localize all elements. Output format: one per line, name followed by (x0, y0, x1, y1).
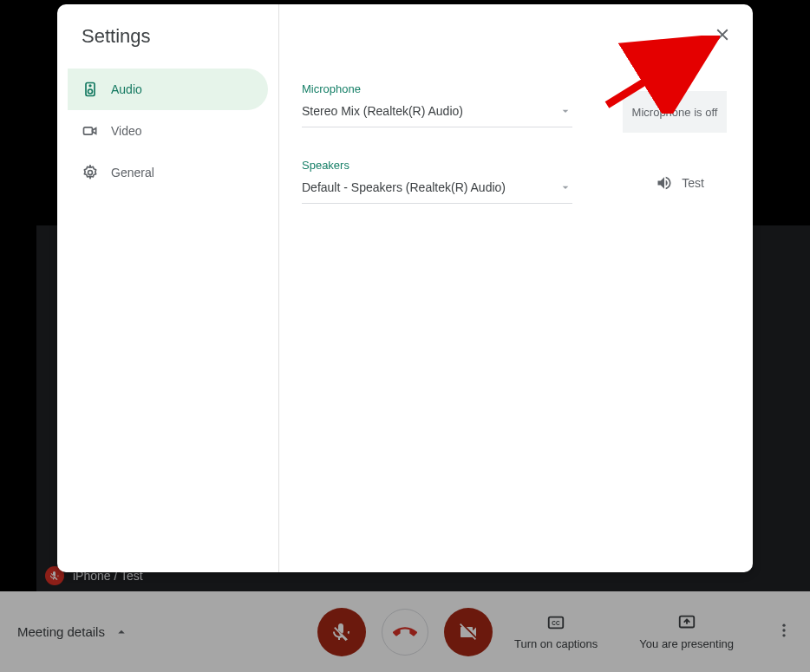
svg-rect-9 (84, 127, 93, 134)
test-label: Test (682, 176, 704, 190)
settings-sidebar: Settings Audio Video General (57, 4, 279, 572)
microphone-selected: Stereo Mix (Realtek(R) Audio) (302, 104, 463, 118)
microphone-status-text: Microphone is off (632, 106, 718, 119)
speaker-icon (82, 81, 99, 98)
settings-title: Settings (57, 25, 278, 65)
video-icon (82, 122, 99, 140)
chevron-down-icon (559, 180, 572, 194)
nav-label-audio: Audio (111, 82, 142, 96)
close-button[interactable] (713, 25, 732, 48)
settings-modal: Settings Audio Video General (57, 4, 753, 572)
nav-label-general: General (111, 166, 154, 179)
test-speakers-button[interactable]: Test (656, 174, 704, 192)
svg-point-8 (89, 85, 91, 87)
microphone-dropdown[interactable]: Stereo Mix (Realtek(R) Audio) (302, 104, 572, 127)
close-icon (713, 25, 732, 44)
volume-icon (656, 174, 673, 192)
nav-label-video: Video (111, 124, 142, 138)
speakers-label: Speakers (302, 159, 727, 172)
svg-point-7 (88, 89, 93, 94)
gear-icon (82, 164, 99, 181)
nav-item-audio[interactable]: Audio (68, 69, 268, 110)
settings-content: Microphone Stereo Mix (Realtek(R) Audio)… (279, 4, 753, 572)
video-background: iPhone / Test Meeting details CC Turn on… (0, 0, 810, 672)
settings-nav: Audio Video General (57, 65, 278, 193)
chevron-down-icon (559, 104, 572, 118)
speakers-selected: Default - Speakers (Realtek(R) Audio) (302, 180, 506, 194)
nav-item-video[interactable]: Video (68, 110, 268, 152)
microphone-status: Microphone is off (623, 91, 727, 133)
svg-point-10 (88, 171, 93, 175)
nav-item-general[interactable]: General (68, 152, 268, 193)
speakers-dropdown[interactable]: Default - Speakers (Realtek(R) Audio) (302, 180, 572, 204)
